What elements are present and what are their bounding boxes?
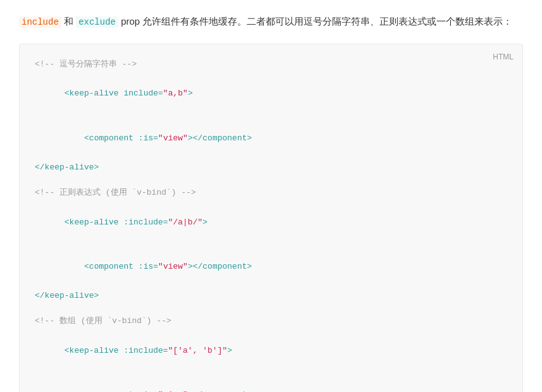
tag-open-regex: <keep-alive bbox=[65, 217, 124, 227]
tag-close-regex: > bbox=[202, 217, 207, 227]
attr-value-array: "['a', 'b']" bbox=[168, 346, 228, 355]
attr-include-array: :include= bbox=[123, 346, 168, 355]
code-block: HTML <!-- 逗号分隔字符串 --> <keep-alive includ… bbox=[19, 44, 523, 392]
component-array: <component :is="view"></component> bbox=[35, 372, 507, 392]
component-tag2: <component bbox=[84, 262, 139, 271]
comment-regex: <!-- 正则表达式 (使用 `v-bind`) --> bbox=[35, 185, 507, 200]
component-regex: <component :is="view"></component> bbox=[35, 244, 507, 288]
is-value: "view" bbox=[158, 133, 188, 143]
indent bbox=[65, 133, 84, 143]
is-value2: "view" bbox=[158, 262, 188, 271]
code-section-array: <!-- 数组 (使用 `v-bind`) --> <keep-alive :i… bbox=[35, 314, 507, 392]
component-close: ></component> bbox=[188, 133, 252, 143]
comment-array: <!-- 数组 (使用 `v-bind`) --> bbox=[35, 314, 507, 328]
tag-close-array: > bbox=[227, 346, 232, 355]
keepalive-regex-open: <keep-alive :include="/a|b/"> bbox=[35, 200, 507, 244]
code-lang-label: HTML bbox=[493, 51, 514, 64]
tag-open: <keep-alive bbox=[65, 89, 124, 98]
comment-comma: <!-- 逗号分隔字符串 --> bbox=[35, 57, 507, 71]
keepalive-end: </keep-alive> bbox=[35, 162, 99, 172]
is-attr2: :is= bbox=[139, 262, 158, 271]
keepalive-comma-open: <keep-alive include="a,b"> bbox=[35, 71, 507, 116]
intro-text-part2: 和 bbox=[61, 16, 76, 27]
intro-paragraph: include 和 exclude prop 允许组件有条件地缓存。二者都可以用… bbox=[19, 13, 523, 31]
attr-include: include= bbox=[123, 89, 163, 98]
exclude-keyword: exclude bbox=[76, 16, 118, 28]
component-close2: ></component> bbox=[188, 262, 252, 271]
include-keyword: include bbox=[19, 16, 61, 28]
attr-value-comma: "a,b" bbox=[163, 89, 188, 98]
code-section-regex: <!-- 正则表达式 (使用 `v-bind`) --> <keep-alive… bbox=[35, 185, 507, 303]
attr-include-regex: :include= bbox=[123, 217, 168, 227]
is-attr: :is= bbox=[139, 133, 158, 143]
keepalive-comma-close: </keep-alive> bbox=[35, 160, 507, 175]
keepalive-array-open: <keep-alive :include="['a', 'b']"> bbox=[35, 328, 507, 372]
attr-value-regex: "/a|b/" bbox=[168, 217, 203, 227]
code-section-comma: <!-- 逗号分隔字符串 --> <keep-alive include="a,… bbox=[35, 57, 507, 175]
keepalive-end2: </keep-alive> bbox=[35, 291, 99, 300]
indent2 bbox=[65, 262, 84, 271]
intro-text-part4: prop 允许组件有条件地缓存。二者都可以用逗号分隔字符串、正则表达式或一个数组… bbox=[118, 16, 512, 27]
component-tag: <component bbox=[84, 133, 139, 143]
keepalive-regex-close: </keep-alive> bbox=[35, 288, 507, 303]
component-comma: <component :is="view"></component> bbox=[35, 116, 507, 160]
tag-close-bracket: > bbox=[188, 89, 193, 98]
tag-open-array: <keep-alive bbox=[65, 346, 124, 355]
